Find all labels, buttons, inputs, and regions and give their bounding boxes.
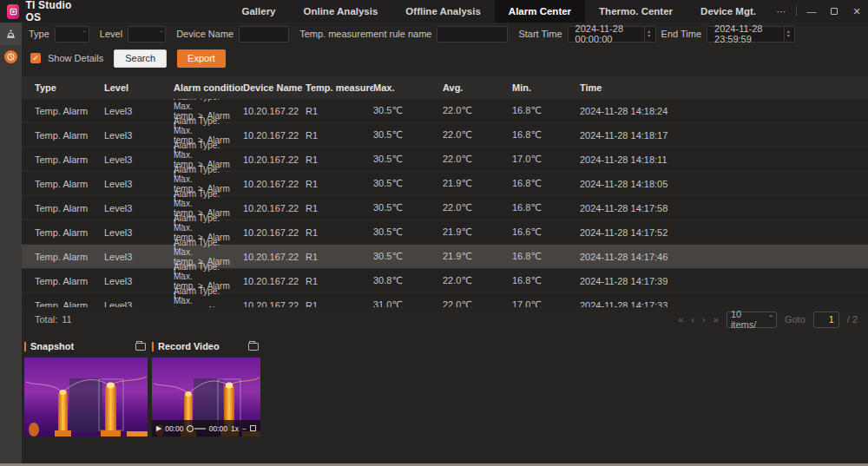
col-device-name[interactable]: Device Name <box>243 82 306 93</box>
tab-online-analysis[interactable]: Online Analysis <box>290 0 392 23</box>
cell-min: 16.6℃ <box>512 226 580 238</box>
record-video-panel: Record Video <box>152 338 260 436</box>
level-dropdown[interactable]: ˇ <box>128 26 166 43</box>
left-rail <box>0 23 22 463</box>
main-content: Type ˇ Level ˇ Device Name Temp. measure… <box>22 23 868 463</box>
play-icon[interactable]: ▶ <box>156 424 161 432</box>
maximize-icon[interactable] <box>823 0 845 23</box>
rule-name-input[interactable] <box>437 26 508 43</box>
end-time-spinner[interactable]: ▴▾ <box>784 27 792 42</box>
cell-max: 30.8℃ <box>373 275 443 286</box>
record-video-player[interactable]: ▶ 00:00 00:00 1x − <box>152 358 260 436</box>
tab-gallery[interactable]: Gallery <box>228 0 290 23</box>
video-controls: ▶ 00:00 00:00 1x − <box>152 420 260 436</box>
cell-device-name: 10.20.167.22 <box>243 227 306 238</box>
last-page-icon[interactable]: » <box>713 314 719 325</box>
table-row[interactable]: Temp. Alarm Level3 Alarm Type: Max.temp.… <box>22 245 868 269</box>
media-section: Snapshot <box>22 331 868 436</box>
cell-device-name: 10.20.167.22 <box>243 179 306 189</box>
cell-time: 2024-11-28 14:18:11 <box>580 154 868 165</box>
cell-avg: 22.0℃ <box>443 202 512 213</box>
cell-type: Temp. Alarm <box>35 276 104 286</box>
cell-type: Temp. Alarm <box>35 227 104 238</box>
col-max[interactable]: Max. <box>373 82 443 93</box>
table-header: Type Level Alarm condition Device Name T… <box>22 76 868 99</box>
alarm-table: Type Level Alarm condition Device Name T… <box>22 76 868 307</box>
cell-level: Level3 <box>104 106 174 116</box>
more-menu-icon[interactable]: ⋯ <box>770 0 792 23</box>
col-alarm-condition[interactable]: Alarm condition <box>174 82 243 93</box>
cell-level: Level3 <box>104 130 174 141</box>
prev-page-icon[interactable]: ‹ <box>691 314 694 325</box>
tab-offline-analysis[interactable]: Offline Analysis <box>391 0 495 23</box>
open-folder-icon[interactable] <box>135 343 146 351</box>
minimize-icon[interactable]: — <box>800 0 823 23</box>
start-time-spinner[interactable]: ▴▾ <box>644 27 653 42</box>
col-level[interactable]: Level <box>104 82 174 93</box>
seek-slider[interactable] <box>187 425 205 432</box>
cell-avg: 22.0℃ <box>443 129 512 141</box>
col-avg[interactable]: Avg. <box>443 82 512 93</box>
accent-bar <box>24 342 26 351</box>
type-dropdown[interactable]: ˇ <box>55 26 89 43</box>
volume-icon[interactable]: − <box>242 424 247 433</box>
search-button[interactable]: Search <box>114 49 167 68</box>
tab-device-mgt[interactable]: Device Mgt. <box>687 0 770 23</box>
col-min[interactable]: Min. <box>512 82 580 93</box>
close-icon[interactable]: ✕ <box>845 0 868 23</box>
col-temp-measurement[interactable]: Temp. measureme <box>306 82 373 93</box>
cell-type: Temp. Alarm <box>35 106 104 116</box>
cell-device-name: 10.20.167.22 <box>243 300 306 308</box>
next-page-icon[interactable]: › <box>702 314 706 325</box>
table-body: Temp. Alarm Level3 Alarm Type: Max.temp.… <box>22 99 868 307</box>
cell-time: 2024-11-28 14:18:17 <box>580 130 868 141</box>
filter-bar: Type ˇ Level ˇ Device Name Temp. measure… <box>22 23 868 45</box>
divider <box>796 6 797 16</box>
tab-thermo-center[interactable]: Thermo. Center <box>585 0 687 23</box>
cell-rule: R1 <box>306 154 373 165</box>
cell-rule: R1 <box>306 130 373 141</box>
end-time-input[interactable]: 2024-11-28 23:59:59 ▴▾ <box>707 26 795 43</box>
alarm-siren-icon[interactable] <box>0 23 22 45</box>
col-time[interactable]: Time <box>580 82 868 93</box>
cell-min: 16.8℃ <box>512 202 580 213</box>
cell-device-name: 10.20.167.22 <box>243 203 306 213</box>
history-clock-icon[interactable] <box>0 45 22 68</box>
page-size-select[interactable]: 10 items/ ˇ <box>727 312 777 328</box>
goto-page-input[interactable]: 1 <box>813 312 839 328</box>
cell-type: Temp. Alarm <box>35 203 104 213</box>
cell-max: 30.5℃ <box>373 178 443 189</box>
chevron-down-icon: ˇ <box>83 30 86 38</box>
cell-level: Level3 <box>104 154 174 165</box>
record-video-title: Record Video <box>158 341 248 351</box>
table-row[interactable]: Temp. Alarm Level3 Alarm Type: Max.temp.… <box>22 99 868 123</box>
table-row[interactable]: Temp. Alarm Level3 Alarm Type: Max.temp.… <box>22 293 868 307</box>
current-time: 00:00 <box>165 424 183 433</box>
fullscreen-icon[interactable] <box>250 425 256 431</box>
cell-type: Temp. Alarm <box>35 300 104 308</box>
open-folder-icon[interactable] <box>248 343 259 351</box>
cell-device-name: 10.20.167.22 <box>243 252 306 262</box>
table-row[interactable]: Temp. Alarm Level3 Alarm Type: Max.temp.… <box>22 123 868 148</box>
table-row[interactable]: Temp. Alarm Level3 Alarm Type: Max.temp.… <box>22 172 868 196</box>
cell-avg: 22.0℃ <box>443 105 512 116</box>
cell-time: 2024-11-28 14:18:05 <box>580 179 868 189</box>
col-type[interactable]: Type <box>35 82 104 93</box>
table-row[interactable]: Temp. Alarm Level3 Alarm Type: Max.temp.… <box>22 196 868 220</box>
cell-device-name: 10.20.167.22 <box>243 106 306 116</box>
cell-device-name: 10.20.167.22 <box>243 276 306 286</box>
export-button[interactable]: Export <box>177 49 226 68</box>
first-page-icon[interactable]: « <box>678 314 683 325</box>
table-row[interactable]: Temp. Alarm Level3 Alarm Type: Max.temp.… <box>22 269 868 293</box>
playback-speed[interactable]: 1x <box>231 424 239 433</box>
device-name-input[interactable] <box>239 26 289 43</box>
snapshot-thermal-image[interactable] <box>24 358 148 436</box>
tab-alarm-center[interactable]: Alarm Center <box>495 0 585 23</box>
start-time-input[interactable]: 2024-11-28 00:00:00 ▴▾ <box>568 26 656 43</box>
cell-min: 16.8℃ <box>512 275 580 286</box>
table-row[interactable]: Temp. Alarm Level3 Alarm Type: Max.temp.… <box>22 148 868 172</box>
table-row[interactable]: Temp. Alarm Level3 Alarm Type: Max.temp.… <box>22 220 868 245</box>
slider-knob[interactable] <box>187 425 194 432</box>
cell-avg: 22.0℃ <box>443 299 512 307</box>
show-details-checkbox[interactable]: ✓ <box>30 53 41 63</box>
